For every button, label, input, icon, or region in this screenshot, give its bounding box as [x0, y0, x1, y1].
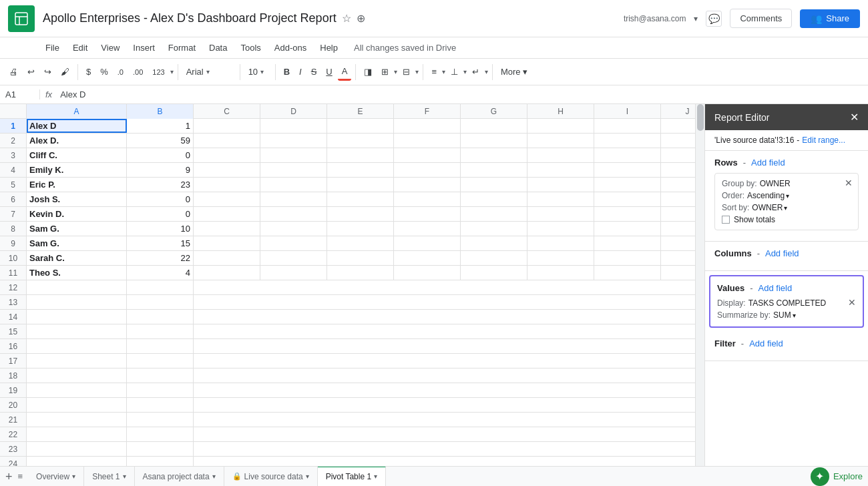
cell-d4[interactable]	[260, 163, 327, 177]
cell-f11[interactable]	[394, 266, 461, 280]
col-header-e[interactable]: E	[327, 104, 394, 119]
cell-e2[interactable]	[327, 134, 394, 148]
currency-button[interactable]: $	[82, 64, 95, 79]
cell-c4[interactable]	[194, 163, 260, 177]
menu-tools[interactable]: Tools	[235, 40, 266, 55]
cell-d1[interactable]	[260, 119, 327, 133]
report-editor-close-button[interactable]: ✕	[850, 111, 859, 124]
cell-b11[interactable]: 4	[127, 266, 194, 280]
cell-i5[interactable]	[594, 178, 661, 192]
cell-g10[interactable]	[461, 251, 527, 265]
cell-extra-9[interactable]	[661, 236, 695, 250]
cell-h1[interactable]	[527, 119, 594, 133]
cell-i6[interactable]	[594, 192, 661, 206]
row-num-20[interactable]: 20	[0, 398, 27, 412]
cell-g4[interactable]	[461, 163, 527, 177]
cell-a5[interactable]: Eric P.	[27, 178, 127, 192]
cell-e8[interactable]	[327, 222, 394, 236]
cell-c7[interactable]	[194, 207, 260, 221]
number-format-button[interactable]: 123	[148, 65, 168, 79]
re-order-dropdown[interactable]: Ascending ▾	[747, 191, 789, 200]
share-button[interactable]: 👥 Share	[800, 9, 860, 28]
cell-h3[interactable]	[527, 148, 594, 162]
cell-e10[interactable]	[327, 251, 394, 265]
menu-file[interactable]: File	[40, 40, 65, 55]
cell-f3[interactable]	[394, 148, 461, 162]
fill-color-button[interactable]: ◨	[360, 64, 376, 79]
cell-i9[interactable]	[594, 236, 661, 250]
cell-d5[interactable]	[260, 178, 327, 192]
cell-g6[interactable]	[461, 192, 527, 206]
italic-button[interactable]: I	[295, 64, 306, 79]
cell-e6[interactable]	[327, 192, 394, 206]
star-icon[interactable]: ☆	[342, 12, 351, 25]
redo-button[interactable]: ↪	[40, 64, 55, 79]
cell-h2[interactable]	[527, 134, 594, 148]
cell-b9[interactable]: 15	[127, 236, 194, 250]
row-num-22[interactable]: 22	[0, 427, 27, 441]
cell-d10[interactable]	[260, 251, 327, 265]
cell-a11[interactable]: Theo S.	[27, 266, 127, 280]
cell-b1[interactable]: 1	[127, 119, 194, 133]
decimal-increase-button[interactable]: .00	[129, 65, 147, 79]
cell-i2[interactable]	[594, 134, 661, 148]
cell-b7[interactable]: 0	[127, 207, 194, 221]
cell-reference[interactable]: A1	[0, 89, 40, 99]
tab-live-source[interactable]: 🔒 Live source data ▾	[224, 467, 318, 487]
cell-f10[interactable]	[394, 251, 461, 265]
valign-button[interactable]: ⊥	[447, 64, 462, 79]
cell-extra-11[interactable]	[661, 266, 695, 280]
vertical-scrollbar[interactable]	[695, 104, 704, 466]
bold-button[interactable]: B	[280, 64, 294, 79]
re-display-close[interactable]: ✕	[848, 297, 856, 308]
cell-h9[interactable]	[527, 236, 594, 250]
cell-a1[interactable]: Alex D	[27, 119, 127, 133]
cell-d6[interactable]	[260, 192, 327, 206]
cell-d3[interactable]	[260, 148, 327, 162]
row-num-4[interactable]: 4	[0, 163, 27, 177]
cell-extra-6[interactable]	[661, 192, 695, 206]
re-summarize-dropdown[interactable]: SUM ▾	[773, 310, 796, 320]
cell-h10[interactable]	[527, 251, 594, 265]
cell-i1[interactable]	[594, 119, 661, 133]
cell-a9[interactable]: Sam G.	[27, 236, 127, 250]
cell-e11[interactable]	[327, 266, 394, 280]
cell-h8[interactable]	[527, 222, 594, 236]
menu-view[interactable]: View	[95, 40, 125, 55]
cell-extra-7[interactable]	[661, 207, 695, 221]
cell-f1[interactable]	[394, 119, 461, 133]
menu-insert[interactable]: Insert	[128, 40, 160, 55]
more-button[interactable]: More ▾	[497, 64, 531, 79]
underline-button[interactable]: U	[322, 64, 336, 79]
col-header-c[interactable]: C	[194, 104, 260, 119]
cell-c10[interactable]	[194, 251, 260, 265]
cell-a2[interactable]: Alex D.	[27, 134, 127, 148]
menu-addons[interactable]: Add-ons	[269, 40, 312, 55]
cell-h5[interactable]	[527, 178, 594, 192]
cell-extra-4[interactable]	[661, 163, 695, 177]
cell-e5[interactable]	[327, 178, 394, 192]
cell-i11[interactable]	[594, 266, 661, 280]
cell-a10[interactable]: Sarah C.	[27, 251, 127, 265]
row-num-6[interactable]: 6	[0, 192, 27, 206]
cell-e1[interactable]	[327, 119, 394, 133]
cell-extra-8[interactable]	[661, 222, 695, 236]
cell-extra-3[interactable]	[661, 148, 695, 162]
wrap-button[interactable]: ↵	[468, 64, 483, 79]
row-num-15[interactable]: 15	[0, 324, 27, 338]
cell-g8[interactable]	[461, 222, 527, 236]
percent-button[interactable]: %	[96, 64, 112, 79]
col-header-g[interactable]: G	[461, 104, 527, 119]
cell-f4[interactable]	[394, 163, 461, 177]
cell-e9[interactable]	[327, 236, 394, 250]
cell-h11[interactable]	[527, 266, 594, 280]
text-color-button[interactable]: A	[338, 63, 352, 81]
row-num-7[interactable]: 7	[0, 207, 27, 221]
row-num-19[interactable]: 19	[0, 383, 27, 397]
col-header-d[interactable]: D	[260, 104, 327, 119]
cell-b10[interactable]: 22	[127, 251, 194, 265]
add-sheet-button[interactable]: +	[5, 471, 13, 483]
cell-i8[interactable]	[594, 222, 661, 236]
row-num-10[interactable]: 10	[0, 251, 27, 265]
tab-pivot-table[interactable]: Pivot Table 1 ▾	[318, 466, 387, 486]
